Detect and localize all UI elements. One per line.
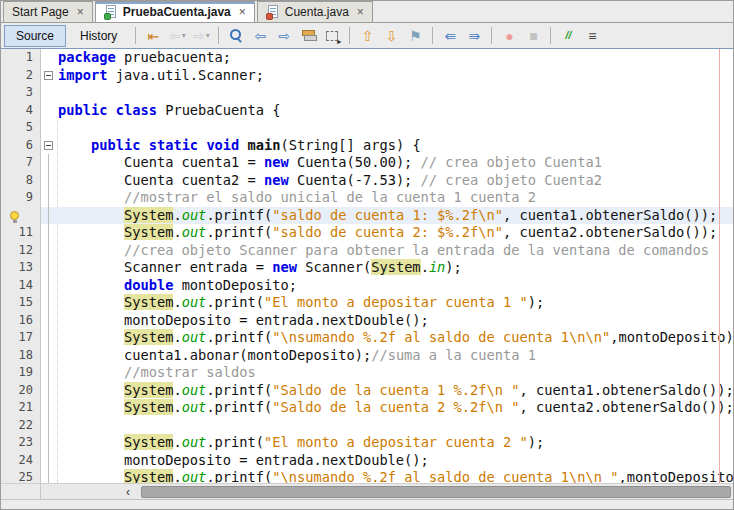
fold-column[interactable]: [41, 154, 57, 172]
line-number-gutter[interactable]: 25: [1, 469, 41, 483]
line-number-gutter[interactable]: [1, 207, 41, 225]
line-number-gutter[interactable]: 3: [1, 84, 41, 102]
line-number-gutter[interactable]: 6: [1, 137, 41, 155]
code-text[interactable]: System.out.printf("Saldo de la cuenta 1 …: [57, 382, 733, 400]
line-number-gutter[interactable]: 1: [1, 49, 41, 67]
last-edit-position-icon[interactable]: ⇤: [142, 25, 164, 46]
line-number-gutter[interactable]: 18: [1, 347, 41, 365]
jump-back-icon[interactable]: ⇦▾: [166, 25, 188, 46]
code-text[interactable]: System.out.printf("Saldo de la cuenta 2 …: [57, 399, 733, 417]
code-text[interactable]: import java.util.Scanner;: [57, 67, 733, 85]
code-text[interactable]: public class PruebaCuenta {: [57, 102, 733, 120]
code-text[interactable]: System.out.printf("\nsumando %.2f al sal…: [57, 469, 733, 483]
stop-macro-recording-icon[interactable]: ■: [522, 25, 544, 46]
toggle-highlight-search-icon[interactable]: [297, 25, 319, 46]
code-text[interactable]: package pruebacuenta;: [57, 49, 733, 67]
line-number-gutter[interactable]: 23: [1, 434, 41, 452]
line-number-gutter[interactable]: 22: [1, 417, 41, 435]
scrollbar-track[interactable]: ‹: [41, 484, 733, 499]
line-number-gutter[interactable]: 19: [1, 364, 41, 382]
start-macro-recording-icon[interactable]: ●: [498, 25, 520, 46]
close-icon[interactable]: ×: [77, 6, 84, 18]
line-number-gutter[interactable]: 8: [1, 172, 41, 190]
code-text[interactable]: [57, 119, 733, 137]
fold-column[interactable]: [41, 382, 57, 400]
fold-column[interactable]: [41, 137, 57, 155]
line-number-gutter[interactable]: 14: [1, 277, 41, 295]
scroll-left-button[interactable]: ‹: [117, 485, 139, 499]
find-selection-icon[interactable]: [225, 25, 247, 46]
line-number-gutter[interactable]: 16: [1, 312, 41, 330]
line-number-gutter[interactable]: 7: [1, 154, 41, 172]
fold-column[interactable]: [41, 84, 57, 102]
fold-column[interactable]: [41, 259, 57, 277]
line-number-gutter[interactable]: 4: [1, 102, 41, 120]
line-number-gutter[interactable]: 13: [1, 259, 41, 277]
fold-column[interactable]: [41, 417, 57, 435]
line-number-gutter[interactable]: 2: [1, 67, 41, 85]
jump-forward-icon[interactable]: ⇨▾: [190, 25, 212, 46]
fold-column[interactable]: [41, 469, 57, 483]
fold-column[interactable]: [41, 434, 57, 452]
hint-lightbulb-icon[interactable]: [10, 211, 19, 220]
previous-bookmark-icon[interactable]: ⇧: [356, 25, 378, 46]
code-text[interactable]: System.out.printf("\nsumando %.2f al sal…: [57, 329, 733, 347]
code-text[interactable]: Cuenta cuenta1 = new Cuenta(50.00); // c…: [57, 154, 733, 172]
next-bookmark-icon[interactable]: ⇩: [380, 25, 402, 46]
line-number-gutter[interactable]: 12: [1, 242, 41, 260]
fold-column[interactable]: [41, 242, 57, 260]
tab-cuenta-java[interactable]: Cuenta.java×: [257, 1, 373, 22]
fold-column[interactable]: [41, 172, 57, 190]
fold-column[interactable]: [41, 399, 57, 417]
code-text[interactable]: [57, 84, 733, 102]
line-number-gutter[interactable]: 15: [1, 294, 41, 312]
code-text[interactable]: double montoDeposito;: [57, 277, 733, 295]
toggle-bookmark-icon[interactable]: ⚑: [404, 25, 426, 46]
uncomment-icon[interactable]: ≡: [581, 25, 603, 46]
tab-start-page[interactable]: Start Page×: [3, 1, 93, 22]
fold-column[interactable]: [41, 119, 57, 137]
code-text[interactable]: Cuenta cuenta2 = new Cuenta(-7.53); // c…: [57, 172, 733, 190]
code-text[interactable]: System.out.printf("saldo de cuenta 1: $%…: [57, 207, 733, 225]
fold-column[interactable]: [41, 224, 57, 242]
fold-column[interactable]: [41, 277, 57, 295]
fold-column[interactable]: [41, 364, 57, 382]
line-number-gutter[interactable]: 20: [1, 382, 41, 400]
code-text[interactable]: cuenta1.abonar(montoDeposito);//suma a l…: [57, 347, 733, 365]
fold-collapse-icon[interactable]: [44, 71, 53, 80]
code-text[interactable]: System.out.printf("saldo de cuenta 2: $%…: [57, 224, 733, 242]
fold-column[interactable]: [41, 329, 57, 347]
shift-line-right-icon[interactable]: ⇛: [463, 25, 485, 46]
tab-pruebacuenta-java[interactable]: PruebaCuenta.java×: [95, 1, 255, 22]
line-number-gutter[interactable]: 9: [1, 189, 41, 207]
fold-column[interactable]: [41, 207, 57, 225]
source-view-button[interactable]: Source: [4, 25, 66, 47]
fold-column[interactable]: [41, 189, 57, 207]
code-editor[interactable]: 1package pruebacuenta;2import java.util.…: [1, 49, 733, 483]
horizontal-scrollbar[interactable]: ‹: [1, 483, 733, 499]
close-icon[interactable]: ×: [239, 6, 246, 18]
code-text[interactable]: [57, 417, 733, 435]
history-view-button[interactable]: History: [68, 25, 129, 47]
code-text[interactable]: //mostrar saldos: [57, 364, 733, 382]
code-text[interactable]: montoDeposito = entrada.nextDouble();: [57, 312, 733, 330]
code-text[interactable]: System.out.print("El monto a depositar c…: [57, 434, 733, 452]
line-number-gutter[interactable]: 5: [1, 119, 41, 137]
find-next-occurrence-icon[interactable]: ⇨: [273, 25, 295, 46]
fold-column[interactable]: [41, 347, 57, 365]
code-text[interactable]: //crea objeto Scanner para obtener la en…: [57, 242, 733, 260]
shift-line-left-icon[interactable]: ⇚: [439, 25, 461, 46]
fold-column[interactable]: [41, 452, 57, 470]
fold-column[interactable]: [41, 102, 57, 120]
fold-column[interactable]: [41, 312, 57, 330]
line-number-gutter[interactable]: 24: [1, 452, 41, 470]
fold-column[interactable]: [41, 294, 57, 312]
code-text[interactable]: System.out.print("El monto a depositar c…: [57, 294, 733, 312]
comment-icon[interactable]: //: [557, 25, 579, 46]
fold-column[interactable]: [41, 67, 57, 85]
code-text[interactable]: public static void main(String[] args) {: [57, 137, 733, 155]
scrollbar-thumb[interactable]: [141, 486, 731, 498]
close-icon[interactable]: ×: [357, 6, 364, 18]
fold-collapse-icon[interactable]: [44, 141, 53, 150]
line-number-gutter[interactable]: 17: [1, 329, 41, 347]
